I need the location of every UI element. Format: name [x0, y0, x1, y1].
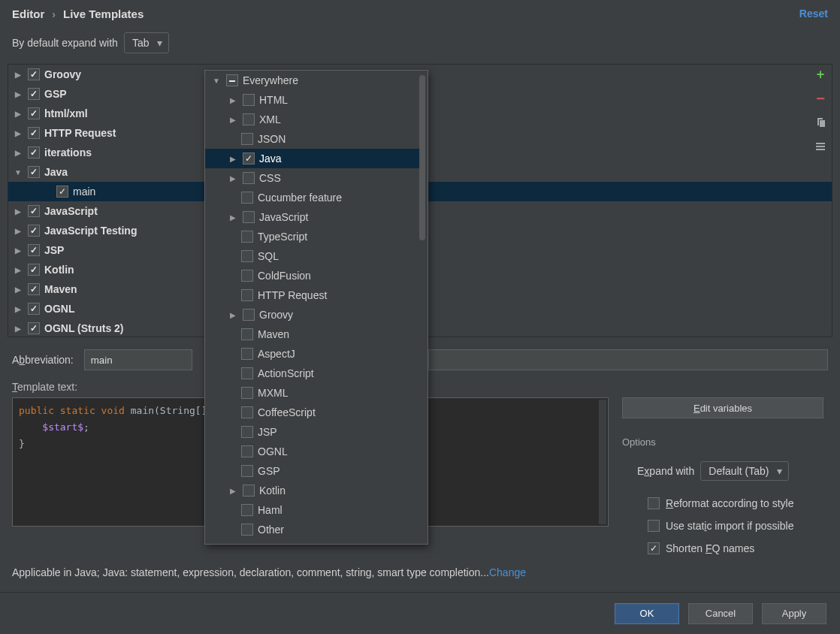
- expand-arrow-icon[interactable]: ▶: [13, 227, 23, 235]
- popup-row[interactable]: MXML: [205, 383, 420, 403]
- shorten-fq-checkbox[interactable]: [648, 542, 660, 554]
- static-import-checkbox[interactable]: [648, 520, 660, 532]
- popup-checkbox[interactable]: [241, 192, 253, 204]
- popup-row[interactable]: TypeScript: [205, 227, 420, 246]
- cancel-button[interactable]: Cancel: [688, 603, 753, 624]
- popup-checkbox[interactable]: [241, 133, 253, 145]
- popup-checkbox[interactable]: [243, 152, 255, 165]
- expand-arrow-icon[interactable]: ▶: [228, 116, 238, 124]
- tree-checkbox[interactable]: [28, 88, 40, 100]
- popup-checkbox[interactable]: [241, 445, 253, 457]
- tree-checkbox[interactable]: [56, 186, 68, 198]
- tree-checkbox[interactable]: [28, 166, 40, 178]
- popup-row[interactable]: GSP: [205, 461, 420, 481]
- expand-arrow-icon[interactable]: ▶: [13, 207, 23, 216]
- popup-row[interactable]: OGNL: [205, 442, 420, 461]
- popup-checkbox[interactable]: [241, 465, 253, 477]
- popup-checkbox[interactable]: [241, 387, 253, 399]
- tree-checkbox[interactable]: [28, 146, 40, 158]
- popup-row[interactable]: ▶Groovy: [205, 305, 420, 325]
- editor-scrollbar[interactable]: [599, 400, 606, 524]
- expand-with-select[interactable]: Tab ▾: [124, 32, 170, 53]
- tree-checkbox[interactable]: [28, 264, 40, 276]
- popup-checkbox[interactable]: [241, 328, 253, 340]
- change-link[interactable]: Change: [489, 566, 526, 578]
- tree-checkbox[interactable]: [28, 303, 40, 315]
- expand-arrow-icon[interactable]: ▶: [228, 155, 238, 163]
- expand-arrow-icon[interactable]: ▼: [211, 77, 222, 85]
- popup-row[interactable]: SQL: [205, 246, 420, 266]
- description-input[interactable]: [428, 349, 828, 370]
- popup-checkbox[interactable]: [243, 94, 255, 106]
- expand-arrow-icon[interactable]: ▶: [228, 311, 238, 319]
- popup-checkbox[interactable]: [241, 406, 253, 418]
- popup-checkbox[interactable]: [241, 348, 253, 360]
- popup-row[interactable]: ActionScript: [205, 364, 420, 383]
- popup-row[interactable]: ▶Java: [205, 149, 420, 168]
- popup-row[interactable]: Maven: [205, 325, 420, 344]
- popup-checkbox[interactable]: [241, 289, 253, 301]
- popup-scrollbar-thumb[interactable]: [419, 75, 425, 240]
- tree-checkbox[interactable]: [28, 127, 40, 139]
- expand-arrow-icon[interactable]: ▼: [13, 168, 23, 177]
- tree-checkbox[interactable]: [28, 107, 40, 119]
- expand-arrow-icon[interactable]: ▶: [228, 174, 238, 183]
- popup-row[interactable]: ColdFusion: [205, 266, 420, 285]
- popup-checkbox[interactable]: [243, 211, 255, 223]
- popup-row[interactable]: CoffeeScript: [205, 403, 420, 422]
- popup-row[interactable]: ▶JavaScript: [205, 207, 420, 227]
- popup-checkbox[interactable]: [243, 172, 255, 184]
- context-popup[interactable]: ▼Everywhere▶HTML▶XMLJSON▶Java▶CSSCucumbe…: [204, 70, 428, 545]
- popup-scrollbar[interactable]: [419, 75, 425, 539]
- popup-checkbox[interactable]: [241, 250, 253, 262]
- paste-icon[interactable]: [814, 140, 827, 153]
- popup-row[interactable]: ▶CSS: [205, 168, 420, 188]
- popup-row[interactable]: JSON: [205, 129, 420, 149]
- popup-checkbox[interactable]: [243, 309, 255, 321]
- popup-checkbox[interactable]: [241, 426, 253, 438]
- popup-checkbox[interactable]: [243, 485, 255, 497]
- popup-row[interactable]: ▼Everywhere: [205, 71, 420, 90]
- copy-icon[interactable]: [814, 116, 827, 129]
- tree-checkbox[interactable]: [28, 244, 40, 256]
- popup-row[interactable]: ▶XML: [205, 110, 420, 129]
- expand-arrow-icon[interactable]: ▶: [13, 110, 23, 118]
- ok-button[interactable]: OK: [615, 603, 679, 624]
- popup-checkbox[interactable]: [243, 113, 255, 125]
- popup-checkbox[interactable]: [226, 74, 238, 86]
- popup-checkbox[interactable]: [241, 504, 253, 516]
- popup-checkbox[interactable]: [241, 231, 253, 243]
- popup-row[interactable]: Haml: [205, 500, 420, 520]
- reset-button[interactable]: Reset: [799, 8, 828, 20]
- expand-arrow-icon[interactable]: ▶: [13, 246, 23, 255]
- expand-arrow-icon[interactable]: ▶: [13, 149, 23, 157]
- tree-checkbox[interactable]: [28, 225, 40, 237]
- popup-row[interactable]: ▶Kotlin: [205, 481, 420, 500]
- add-icon[interactable]: +: [814, 68, 827, 81]
- expand-arrow-icon[interactable]: ▶: [13, 71, 23, 79]
- expand-arrow-icon[interactable]: ▶: [228, 487, 238, 495]
- expand-arrow-icon[interactable]: ▶: [13, 325, 23, 333]
- apply-button[interactable]: Apply: [762, 603, 826, 624]
- popup-row[interactable]: ▶HTML: [205, 90, 420, 110]
- expand-arrow-icon[interactable]: ▶: [13, 285, 23, 294]
- popup-row[interactable]: Cucumber feature: [205, 188, 420, 207]
- tree-checkbox[interactable]: [28, 205, 40, 217]
- expand-with-inline-select[interactable]: Default (Tab) ▾: [700, 461, 789, 481]
- popup-checkbox[interactable]: [241, 367, 253, 379]
- popup-checkbox[interactable]: [241, 270, 253, 282]
- popup-row[interactable]: JSP: [205, 422, 420, 442]
- expand-arrow-icon[interactable]: ▶: [228, 213, 238, 222]
- reformat-checkbox[interactable]: [648, 497, 660, 509]
- tree-checkbox[interactable]: [28, 68, 40, 80]
- expand-arrow-icon[interactable]: ▶: [13, 90, 23, 98]
- abbreviation-input[interactable]: [84, 349, 192, 370]
- expand-arrow-icon[interactable]: ▶: [13, 266, 23, 274]
- expand-arrow-icon[interactable]: ▶: [228, 96, 238, 104]
- breadcrumb-parent[interactable]: Editor: [12, 8, 44, 20]
- tree-checkbox[interactable]: [28, 283, 40, 295]
- expand-arrow-icon[interactable]: ▶: [13, 305, 23, 313]
- popup-row[interactable]: Other: [205, 520, 420, 539]
- popup-row[interactable]: AspectJ: [205, 344, 420, 364]
- tree-checkbox[interactable]: [28, 322, 40, 334]
